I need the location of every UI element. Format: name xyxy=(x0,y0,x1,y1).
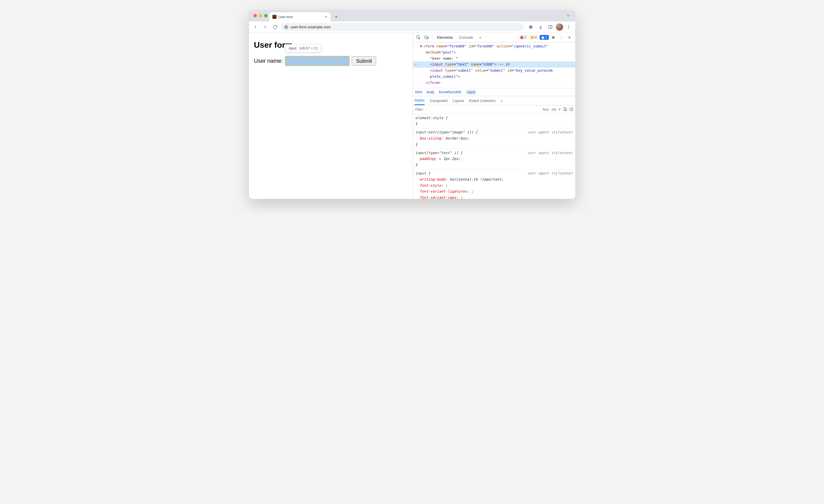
browser-tab[interactable]: User form × xyxy=(269,12,330,21)
device-toolbar-button[interactable] xyxy=(423,34,430,41)
extensions-button[interactable] xyxy=(527,23,535,31)
dom-breadcrumb[interactable]: html body form#form300 input xyxy=(413,88,575,96)
tab-close-button[interactable]: × xyxy=(325,15,327,19)
devtools-toolbar: Elements Console » ✕1 ▲4 ▣2 ⚙ ⋮ ✕ xyxy=(413,33,575,42)
cls-toggle[interactable]: .cls xyxy=(551,107,556,111)
styles-tab-computed[interactable]: Computed xyxy=(430,96,447,105)
svg-point-7 xyxy=(568,28,569,28)
svg-rect-9 xyxy=(425,36,427,39)
svg-point-5 xyxy=(568,25,569,26)
crumb-form[interactable]: form#form300 xyxy=(439,90,461,94)
back-button[interactable] xyxy=(251,23,260,31)
devtools-panel: Elements Console » ✕1 ▲4 ▣2 ⚙ ⋮ ✕ ▼<form… xyxy=(413,33,575,199)
issues-count-badge[interactable]: ▣2 xyxy=(540,35,548,40)
styles-tab-bar: Styles Computed Layout Event Listeners » xyxy=(413,96,575,105)
devtools-close-button[interactable]: ✕ xyxy=(566,34,573,41)
svg-rect-10 xyxy=(427,37,428,39)
error-count-badge[interactable]: ✕1 xyxy=(519,35,528,40)
paint-flashing-button[interactable] xyxy=(563,107,567,112)
browser-menu-button[interactable] xyxy=(564,23,573,31)
dom-selected-node[interactable]: <input type="text" name="n300"> == $0 xyxy=(413,62,575,68)
crumb-body[interactable]: body xyxy=(427,90,434,94)
devtools-menu-button[interactable]: ⋮ xyxy=(558,34,565,41)
styles-tab-event-listeners[interactable]: Event Listeners xyxy=(469,96,496,105)
window-maximize-button[interactable] xyxy=(264,14,268,17)
reload-button[interactable] xyxy=(271,23,279,31)
favicon-icon xyxy=(272,15,277,19)
svg-rect-13 xyxy=(570,108,573,110)
globe-icon xyxy=(284,25,288,29)
username-label: User name: xyxy=(254,58,283,64)
devtools-tabs-overflow[interactable]: » xyxy=(477,33,484,42)
browser-window: User form × + user-form.example.com xyxy=(249,10,575,199)
hov-toggle[interactable]: :hov xyxy=(542,107,549,111)
window-close-button[interactable] xyxy=(253,14,257,17)
styles-tabs-overflow[interactable]: » xyxy=(501,96,503,105)
page-heading: User form xyxy=(254,40,408,50)
tab-strip: User form × + xyxy=(249,10,575,21)
crumb-input[interactable]: input xyxy=(466,90,477,95)
styles-tab-layout[interactable]: Layout xyxy=(453,96,464,105)
styles-toolbar: :hov .cls + xyxy=(413,105,575,114)
new-style-rule-button[interactable]: + xyxy=(558,107,561,112)
svg-rect-12 xyxy=(563,108,565,110)
styles-filter-input[interactable] xyxy=(415,107,540,112)
styles-tab-styles[interactable]: Styles xyxy=(414,96,425,105)
url-text: user-form.example.com xyxy=(291,25,331,29)
username-input[interactable] xyxy=(285,57,349,66)
inspect-element-button[interactable] xyxy=(415,34,422,41)
svg-point-6 xyxy=(568,26,569,27)
tab-overflow-button[interactable] xyxy=(566,13,571,19)
address-bar[interactable]: user-form.example.com xyxy=(281,23,524,31)
side-panel-button[interactable] xyxy=(546,23,554,31)
styles-rules[interactable]: element.style { } user agent stylesheet … xyxy=(413,114,575,199)
devtools-settings-button[interactable]: ⚙ xyxy=(550,34,557,41)
warning-count-badge[interactable]: ▲4 xyxy=(529,35,538,40)
new-tab-button[interactable]: + xyxy=(332,13,340,21)
profile-avatar[interactable] xyxy=(556,23,563,31)
tooltip-dimensions: 146.67 × 21 xyxy=(299,46,318,50)
window-minimize-button[interactable] xyxy=(259,14,262,17)
tooltip-tagname: input xyxy=(289,46,296,50)
toggle-sidebar-button[interactable] xyxy=(569,107,573,112)
forward-button[interactable] xyxy=(261,23,269,31)
dom-tree[interactable]: ▼<form name="form300" id="form300" actio… xyxy=(413,42,575,88)
svg-rect-3 xyxy=(548,25,552,28)
browser-toolbar: user-form.example.com xyxy=(249,21,575,33)
window-controls xyxy=(253,14,268,17)
downloads-button[interactable] xyxy=(537,23,545,31)
page-content: User form User name: input 146.67 × 21 S… xyxy=(249,33,413,199)
devtools-tab-elements[interactable]: Elements xyxy=(434,33,456,42)
inspect-tooltip: input 146.67 × 21 xyxy=(285,44,321,52)
tab-title: User form xyxy=(279,15,323,19)
submit-button[interactable]: Submit xyxy=(352,57,376,66)
devtools-tab-console[interactable]: Console xyxy=(456,33,476,42)
crumb-html[interactable]: html xyxy=(415,90,422,94)
